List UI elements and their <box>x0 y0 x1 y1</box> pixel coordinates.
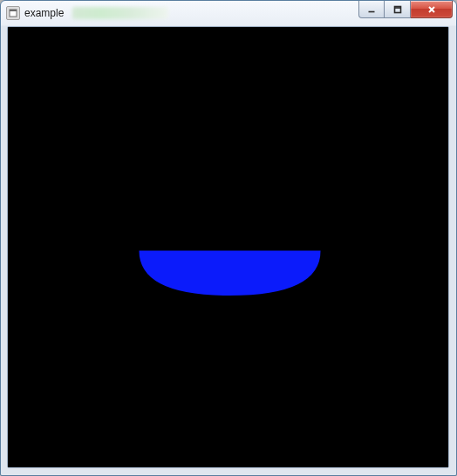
minimize-button[interactable] <box>358 1 385 18</box>
background-blur <box>72 7 168 19</box>
title-bar[interactable]: example <box>1 1 456 25</box>
application-window: example <box>0 0 457 476</box>
maximize-button[interactable] <box>385 1 411 18</box>
opencv-canvas <box>8 27 448 467</box>
window-controls <box>358 1 453 18</box>
window-title: example <box>24 7 64 19</box>
svg-rect-1 <box>10 10 17 11</box>
close-button[interactable] <box>411 1 453 18</box>
app-icon <box>6 6 20 20</box>
blue-half-ellipse <box>139 251 320 296</box>
client-area <box>7 26 449 468</box>
